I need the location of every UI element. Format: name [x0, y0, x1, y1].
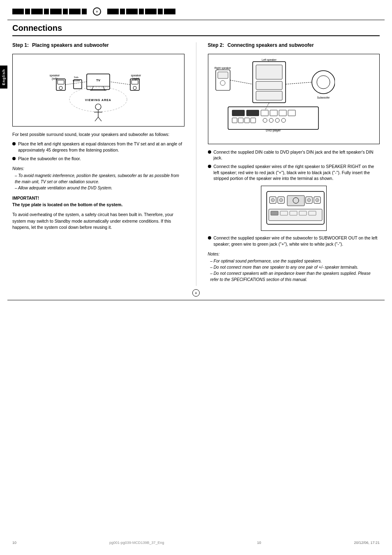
step2-header: Step 2: Connecting speakers and subwoofe…	[208, 42, 380, 49]
svg-rect-33	[279, 110, 286, 116]
svg-text:(left): (left)	[52, 77, 58, 81]
step1-bullets: Place the left and right speakers at equ…	[12, 141, 184, 161]
connection-diagram: DVD player Right speaker Left speaker	[208, 54, 380, 144]
svg-rect-31	[261, 110, 268, 116]
svg-point-39	[263, 118, 267, 122]
page-footer: 10 pg001-pg039-MCD139B_37_Eng 10 20/12/0…	[12, 541, 380, 545]
svg-rect-30	[247, 110, 259, 116]
main-content: Step 1: Placing speakers and subwoofer s…	[12, 42, 380, 286]
svg-text:speaker: speaker	[131, 74, 142, 77]
bullet-text: Connect the supplied DIN cable to DVD pl…	[214, 149, 380, 161]
svg-rect-29	[232, 110, 244, 116]
svg-point-7	[133, 86, 136, 90]
type-plate-text: The type plate is located on the bottom …	[12, 202, 184, 208]
svg-rect-49	[218, 72, 228, 78]
svg-text:Left speaker: Left speaker	[262, 58, 277, 62]
svg-point-52	[317, 76, 330, 89]
step2-note2: – Do not connect more than one speaker t…	[210, 264, 380, 270]
step2-notes-title: Notes:	[208, 251, 380, 257]
svg-text:(right): (right)	[132, 77, 140, 81]
important-title: IMPORTANT!	[12, 195, 184, 202]
step1-title: Placing speakers and subwoofer	[32, 42, 109, 49]
svg-point-51	[312, 71, 335, 94]
notes-line1: – To avoid magnetic interference, positi…	[15, 173, 184, 185]
svg-rect-36	[238, 118, 243, 123]
svg-line-20	[110, 82, 130, 85]
bullet-dot	[208, 236, 211, 240]
footer-date: 20/12/06, 17:21	[354, 541, 380, 545]
bullet-item: Place the left and right speakers at equ…	[12, 141, 184, 153]
svg-text:VIEWING AREA: VIEWING AREA	[85, 99, 111, 101]
step2-note3: – Do not connect speakers with an impeda…	[210, 270, 380, 283]
overheating-warning: To avoid overheating of the system, a sa…	[12, 212, 184, 231]
step1-label: Step 1:	[12, 42, 29, 48]
bullet-dot	[208, 165, 211, 168]
svg-rect-34	[288, 110, 295, 116]
page-title: Connections	[12, 23, 62, 33]
svg-point-40	[269, 118, 273, 122]
important-section: IMPORTANT! The type plate is located on …	[12, 195, 184, 231]
svg-text:Sub-: Sub-	[74, 76, 79, 78]
connection-svg: DVD player Right speaker Left speaker	[212, 58, 335, 140]
notes-line2: – Allow adequate ventilation around the …	[15, 185, 184, 191]
svg-text:woofer: woofer	[72, 79, 80, 82]
footer-pageref: 10	[257, 541, 261, 545]
svg-rect-38	[251, 118, 256, 123]
svg-rect-46	[256, 81, 282, 90]
svg-point-21	[95, 104, 101, 110]
svg-rect-37	[244, 118, 249, 123]
notes-title: Notes:	[12, 166, 184, 172]
svg-rect-6	[131, 80, 138, 84]
svg-line-24	[95, 117, 98, 121]
bullet-item: Connect the supplied speaker wire of the…	[208, 235, 380, 247]
step1-intro: For best possible surround sound, locate…	[12, 131, 184, 138]
svg-text:Right speaker: Right speaker	[214, 67, 231, 70]
step1-header: Step 1: Placing speakers and subwoofer	[12, 42, 184, 49]
terminal-detail-diagram	[261, 186, 327, 231]
svg-rect-35	[232, 118, 237, 123]
svg-text:DVD player: DVD player	[266, 129, 281, 132]
svg-line-25	[98, 117, 101, 121]
footer-filename: pg001-pg039-MCD139B_37_Eng	[109, 541, 164, 545]
svg-text:speaker: speaker	[50, 74, 60, 77]
bullet-dot	[208, 150, 211, 154]
svg-rect-32	[270, 110, 277, 116]
bottom-border-line	[7, 300, 385, 300]
bullet-dot	[12, 157, 16, 160]
crosshair-bottom-wrapper	[0, 289, 392, 297]
language-tab: English	[0, 66, 7, 89]
top-decorative-bar	[0, 0, 392, 16]
step2-bullets: Connect the supplied DIN cable to DVD pl…	[208, 149, 380, 182]
svg-point-2	[59, 86, 62, 90]
bullet-item: Connect the supplied speaker wires of th…	[208, 164, 380, 182]
svg-point-42	[281, 118, 286, 122]
speaker-placement-diagram: speaker (left) speaker (right) Sub- woof…	[12, 54, 184, 127]
column-right: Step 2: Connecting speakers and subwoofe…	[208, 42, 380, 286]
step2-title: Connecting speakers and subwoofer	[228, 42, 314, 49]
bullet-item: Connect the supplied DIN cable to DVD pl…	[208, 149, 380, 161]
svg-rect-76	[287, 196, 304, 206]
svg-point-41	[275, 118, 279, 122]
svg-line-57	[286, 82, 312, 84]
step2-bullet3: Connect the supplied speaker wire of the…	[208, 235, 380, 247]
svg-rect-1	[58, 80, 64, 84]
svg-text:Subwoofer: Subwoofer	[317, 96, 330, 99]
svg-line-19	[65, 82, 87, 85]
bullet-item: Place the subwoofer on the floor.	[12, 156, 184, 162]
placement-svg: speaker (left) speaker (right) Sub- woof…	[49, 58, 148, 122]
bullet-text: Connect the supplied speaker wire of the…	[214, 235, 380, 247]
crosshair-top	[93, 7, 101, 16]
footer-page-num: 10	[12, 541, 16, 545]
bullet-text: Place the subwoofer on the floor.	[18, 156, 81, 162]
step2-notes: Notes: – For optimal sound performance, …	[208, 251, 380, 283]
svg-rect-47	[256, 91, 282, 100]
step2-label: Step 2:	[208, 42, 224, 48]
svg-line-56	[230, 80, 253, 84]
column-left: Step 1: Placing speakers and subwoofer s…	[12, 42, 184, 286]
bullet-dot	[12, 142, 16, 145]
svg-point-50	[220, 81, 225, 85]
svg-rect-45	[256, 65, 282, 79]
svg-text:TV: TV	[96, 78, 101, 82]
bullet-text: Connect the supplied speaker wires of th…	[214, 164, 380, 182]
step2-note1: – For optimal sound performance, use the…	[210, 258, 380, 264]
